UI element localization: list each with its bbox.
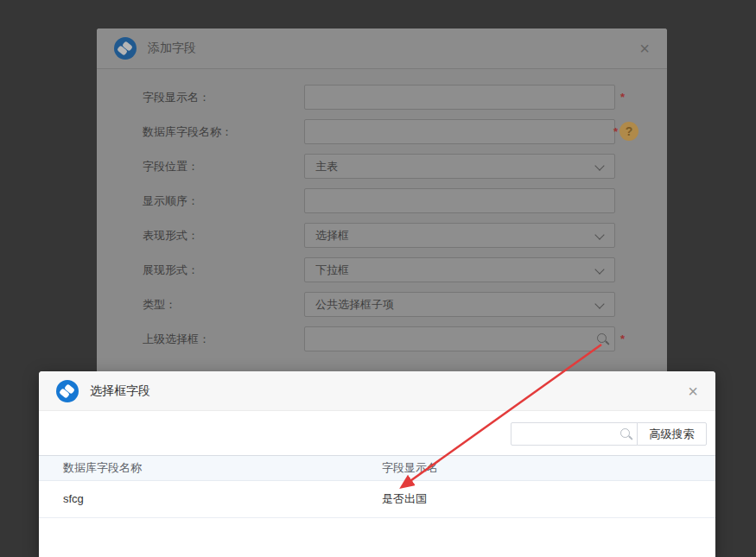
close-icon[interactable]: × — [639, 40, 650, 57]
select-value: 公共选择框子项 — [315, 297, 394, 313]
column-header-db-name: 数据库字段名称 — [63, 456, 142, 480]
field-label: 类型： — [143, 292, 176, 317]
add-field-dialog-header: 添加字段 × — [97, 28, 667, 69]
field-row-db-name: 数据库字段名称： * ? — [97, 119, 667, 144]
search-icon[interactable] — [597, 333, 607, 343]
column-header-display-name: 字段显示名 — [382, 456, 438, 480]
field-label: 表现形式： — [143, 223, 199, 248]
close-icon[interactable]: × — [688, 383, 698, 400]
display-order-input[interactable] — [304, 188, 615, 213]
field-label: 上级选择框： — [143, 326, 210, 351]
add-field-dialog: 添加字段 × 字段显示名： * 数据库字段名称： * ? 字段位置： 主表 显示… — [97, 28, 667, 391]
display-form-select[interactable]: 下拉框 — [304, 257, 615, 282]
cell-db-name: sfcg — [63, 481, 84, 517]
table-header: 数据库字段名称 字段显示名 — [39, 455, 715, 481]
display-name-input[interactable] — [304, 85, 615, 110]
chevron-down-icon — [594, 299, 604, 308]
select-value: 选择框 — [315, 228, 349, 244]
cell-display-name: 是否出国 — [382, 481, 427, 517]
selectbox-field-dialog-header: 选择框字段 × — [39, 371, 715, 411]
select-value: 主表 — [315, 159, 338, 174]
field-position-select[interactable]: 主表 — [304, 154, 615, 179]
chevron-down-icon — [594, 161, 604, 170]
field-label: 字段显示名： — [143, 85, 210, 110]
field-row-display-name: 字段显示名： * — [97, 85, 667, 110]
selectbox-field-dialog: 选择框字段 × 高级搜索 数据库字段名称 字段显示名 sfcg 是否出国 — [39, 371, 715, 557]
chevron-down-icon — [594, 264, 604, 274]
selectbox-field-dialog-title: 选择框字段 — [90, 383, 150, 399]
app-logo-icon — [56, 380, 79, 402]
parent-selectbox-lookup-input[interactable] — [304, 326, 615, 351]
field-row-order: 显示顺序： — [97, 188, 667, 213]
table-row[interactable]: sfcg 是否出国 — [39, 481, 715, 518]
field-row-presentation: 表现形式： 选择框 — [97, 223, 667, 248]
type-select[interactable]: 公共选择框子项 — [304, 292, 615, 317]
field-row-parent-selectbox: 上级选择框： * — [97, 326, 667, 351]
presentation-form-select[interactable]: 选择框 — [304, 223, 615, 248]
search-bar: 高级搜索 — [511, 422, 707, 446]
field-row-position: 字段位置： 主表 — [97, 154, 667, 179]
chevron-down-icon — [594, 230, 604, 239]
search-input[interactable] — [511, 422, 638, 446]
search-icon[interactable] — [620, 428, 630, 438]
advanced-search-button[interactable]: 高级搜索 — [637, 422, 707, 446]
field-label: 显示顺序： — [143, 188, 199, 213]
field-row-type: 类型： 公共选择框子项 — [97, 292, 667, 317]
db-field-name-input[interactable] — [304, 119, 615, 144]
field-label: 数据库字段名称： — [143, 119, 232, 144]
field-label: 字段位置： — [143, 154, 199, 179]
help-icon[interactable]: ? — [619, 122, 638, 141]
search-input-wrap — [511, 422, 638, 446]
required-asterisk: * — [620, 332, 625, 345]
required-asterisk: * — [620, 91, 625, 104]
select-value: 下拉框 — [315, 263, 349, 278]
required-asterisk: * — [613, 125, 618, 138]
app-logo-icon — [114, 37, 137, 60]
field-row-display-form: 展现形式： 下拉框 — [97, 257, 667, 282]
add-field-dialog-title: 添加字段 — [148, 41, 196, 56]
field-label: 展现形式： — [143, 257, 199, 282]
